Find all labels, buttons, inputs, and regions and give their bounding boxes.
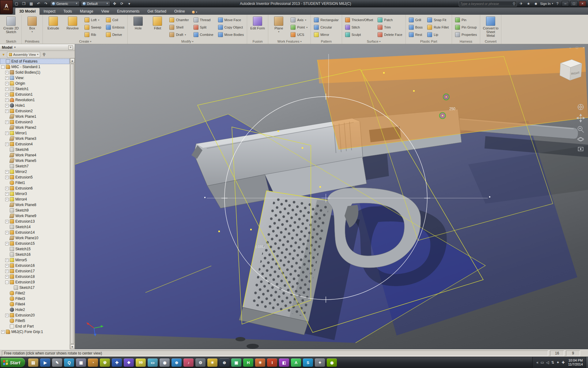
view-selector[interactable]: Assembly View ▾ — [7, 52, 40, 57]
ucs-button[interactable]: UCS — [289, 31, 309, 38]
tree-item-view[interactable]: +View: — [0, 75, 70, 81]
tree-item-end-of-part[interactable]: End of Part — [0, 324, 70, 329]
rule-fillet-button[interactable]: Rule Fillet — [425, 24, 450, 31]
binoculars-icon[interactable]: ⚲ — [513, 2, 515, 6]
new-file-icon[interactable]: ▢ — [13, 1, 20, 6]
tree-item-sketch6[interactable]: Sketch6 — [0, 147, 70, 152]
tree-item-extrusion18[interactable]: +Extrusion18 — [0, 274, 70, 279]
communication-center-icon[interactable]: ✈ — [518, 1, 524, 6]
taskbar-screen-button[interactable]: ▭ — [148, 358, 158, 367]
taskbar-sun-button[interactable]: ☀ — [207, 358, 217, 367]
appearance-select[interactable]: Default ▼ — [81, 1, 110, 6]
viewport-canvas[interactable]: 250 (-191) RIGHT — [75, 44, 588, 349]
expand-icon[interactable]: + — [5, 132, 9, 135]
tree-item-fillet1[interactable]: Fillet1 — [0, 180, 70, 186]
ribbon-group-label-modify[interactable]: Modify▾ — [129, 39, 246, 44]
browser-close-icon[interactable]: × — [68, 45, 73, 50]
scroll-thumb[interactable] — [70, 64, 74, 344]
tree-item-work-plane9[interactable]: Work Plane9 — [0, 213, 70, 219]
taskbar-tools-button[interactable]: ⚙ — [195, 358, 205, 367]
taskbar-materials-button[interactable]: ◧ — [279, 358, 289, 367]
tree-item-fillet3[interactable]: Fillet3 — [0, 296, 70, 301]
expand-icon[interactable]: + — [5, 198, 9, 201]
expand-icon[interactable]: + — [5, 314, 9, 317]
tree-item-mirror2[interactable]: +Mirror2 — [0, 169, 70, 174]
thread-button[interactable]: Thread — [192, 16, 215, 24]
taskbar-photos-button[interactable]: ▣ — [231, 358, 241, 367]
tab-environments[interactable]: Environments — [113, 8, 143, 15]
ribbon-options-icon[interactable] — [192, 11, 195, 13]
circular-button[interactable]: Circular — [312, 24, 340, 31]
ribbon-group-label-convert[interactable]: Convert — [481, 39, 500, 44]
box-button[interactable]: Box▾ — [23, 15, 41, 34]
ribbon-group-label-sketch[interactable]: Sketch — [2, 39, 20, 44]
taskbar-nvidia-button[interactable]: ◉ — [327, 358, 337, 367]
tree-item-mirror3[interactable]: +Mirror3 — [0, 191, 70, 197]
tree-item-sketch1[interactable]: +Sketch1 — [0, 86, 70, 92]
expand-icon[interactable]: + — [5, 71, 9, 74]
combine-button[interactable]: Combine — [192, 31, 215, 38]
tree-item-work-plane5[interactable]: Work Plane5 — [0, 158, 70, 163]
scroll-up-icon[interactable]: ▲ — [70, 58, 75, 63]
tree-item-extrusion20[interactable]: +Extrusion20 — [0, 312, 70, 318]
ribbon-collapse-icon[interactable]: ▾ — [196, 11, 197, 13]
ribbon-group-label-create[interactable]: Create▾ — [44, 39, 126, 44]
rest-button[interactable]: Rest — [407, 31, 424, 38]
app-menu-button[interactable]: A PRO — [0, 0, 13, 14]
expand-icon[interactable]: + — [5, 187, 9, 190]
taskbar-inventor-button[interactable]: I — [267, 358, 277, 367]
taskbar-skype-button[interactable]: S — [303, 358, 313, 367]
help-search-input[interactable] — [460, 2, 511, 6]
sculpt-button[interactable]: Sculpt — [343, 31, 375, 38]
tree-item-work-plane4[interactable]: Work Plane4 — [0, 152, 70, 158]
pin-group-button[interactable]: Pin Group — [453, 24, 479, 31]
expand-icon[interactable]: + — [5, 275, 9, 278]
browser-scrollbar[interactable]: ▲ ▼ — [70, 58, 75, 349]
tray-usb-icon[interactable]: ✦ — [556, 360, 560, 365]
coil-button[interactable]: Coil — [104, 16, 126, 24]
trim-button[interactable]: Trim — [376, 24, 404, 31]
tree-item-fillet4[interactable]: Fillet4 — [0, 301, 70, 307]
ribbon-group-label-fusion[interactable]: Fusion — [248, 39, 267, 44]
thicken-offset-button[interactable]: Thicken/Offset — [343, 16, 375, 24]
convert-to-sheet-metal-button[interactable]: Convert to Sheet Metal — [481, 15, 500, 38]
mirror-button[interactable]: Mirror — [312, 31, 340, 38]
redo-icon[interactable]: ↷ — [43, 1, 49, 6]
ribbon-group-label-plastic-part[interactable]: Plastic Part — [407, 39, 450, 44]
tree-item-work-plane1[interactable]: Work Plane1 — [0, 114, 70, 119]
expand-icon[interactable]: + — [5, 242, 9, 245]
doc-minimize-icon[interactable]: – — [568, 45, 573, 50]
expand-icon[interactable]: + — [5, 82, 9, 85]
tree-item-extrusion1[interactable]: +Extrusion1 — [0, 92, 70, 97]
edit-form-button[interactable]: Edit Form — [248, 15, 267, 31]
tab-online[interactable]: Online — [170, 8, 189, 15]
expand-icon[interactable]: + — [5, 98, 9, 102]
tree-item-extrusion5[interactable]: +Extrusion5 — [0, 174, 70, 180]
tray-network-icon[interactable]: ⇅ — [551, 360, 554, 365]
tree-item-sketch14[interactable]: Sketch14 — [0, 224, 70, 230]
browser-header[interactable]: Model ▼ × — [0, 44, 75, 51]
clock[interactable]: 10:04 PM 11/7/2014 — [567, 358, 583, 366]
doc-restore-icon[interactable]: □ — [575, 45, 579, 50]
expand-icon[interactable]: + — [5, 143, 9, 146]
minimize-button[interactable]: – — [562, 1, 569, 6]
tree-item-work-plane8[interactable]: Work Plane8 — [0, 202, 70, 208]
expand-icon[interactable]: + — [5, 264, 9, 267]
boss-button[interactable]: Boss — [407, 24, 424, 31]
tree-item-extrusion2[interactable]: +Extrusion2 — [0, 108, 70, 114]
taskbar-movies-button[interactable]: ▦ — [76, 358, 86, 367]
sign-in-caret-icon[interactable]: ▾ — [552, 2, 553, 5]
point-button[interactable]: Point▾ — [289, 24, 309, 31]
tree-item-sketch17[interactable]: Sketch17 — [0, 285, 70, 290]
expand-icon[interactable]: + — [5, 93, 9, 96]
tab-manage[interactable]: Manage — [76, 8, 97, 15]
open-file-icon[interactable]: ❒ — [21, 1, 27, 6]
split-button[interactable]: Split — [192, 24, 215, 31]
rib-button[interactable]: Rib — [83, 31, 103, 38]
tree-item-mirror1[interactable]: +Mirror1 — [0, 130, 70, 136]
tab-view[interactable]: View — [97, 8, 113, 15]
draft-button[interactable]: Draft▾ — [168, 31, 190, 38]
ribbon-group-label-harness[interactable]: Harness — [453, 39, 479, 44]
plane-button[interactable]: Plane▾ — [270, 15, 288, 34]
collapse-icon[interactable]: − — [1, 65, 5, 69]
